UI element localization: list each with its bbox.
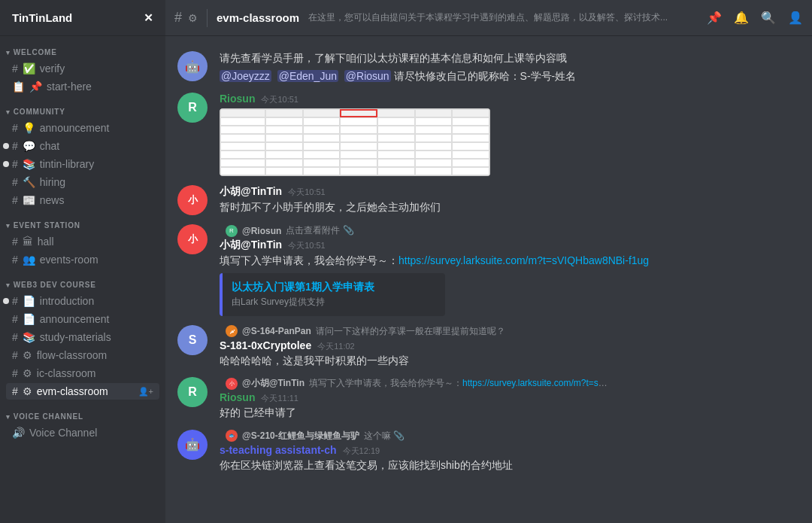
- channel-evm-classroom[interactable]: # ⚙ evm-classroom 👤+: [6, 383, 159, 400]
- category-voice[interactable]: ▾ VOICE CHANNEL: [0, 400, 165, 424]
- channel-hall[interactable]: # 🏛 hall: [6, 233, 159, 250]
- cell: [377, 126, 415, 134]
- username: Riosun: [220, 391, 255, 403]
- server-header[interactable]: TinTinLand ✕: [0, 0, 165, 36]
- message-header: 小胡@TinTin 今天10:51: [220, 239, 800, 252]
- reply-text: 请问一下这样的分享课一般在哪里提前知道呢？: [316, 325, 505, 338]
- message-group-riosun-2: R 小 @小胡@TinTin 填写下入学申请表，我会给你学号～：https://…: [165, 374, 812, 424]
- message-content: 🐟 @S-210-红鲤鱼与绿鲤鱼与驴 这个嘛 📎 s-teaching assi…: [220, 430, 800, 473]
- cell: [377, 109, 415, 117]
- cell: [220, 134, 265, 142]
- reply-bar: 🌶 @S-164-PanPan 请问一下这样的分享课一般在哪里提前知道呢？: [220, 325, 800, 338]
- cell: [220, 159, 265, 167]
- channel-introduction[interactable]: # 📄 introduction: [6, 293, 159, 309]
- category-web3-dev[interactable]: ▾ WEB3 DEV COURSE: [0, 269, 165, 292]
- cell: [340, 109, 377, 117]
- message-text: 好的 已经申请了: [220, 406, 800, 421]
- check-icon: ✅: [23, 62, 35, 74]
- invite-icon[interactable]: 🔍: [761, 11, 776, 25]
- reply-avatar: R: [226, 225, 238, 237]
- channel-events-room[interactable]: # 👥 events-room: [6, 251, 159, 268]
- survey-link[interactable]: https://survey.larksuite.com/m?t=sVIQHba…: [398, 254, 649, 266]
- reply-bar: 小 @小胡@TinTin 填写下入学申请表，我会给你学号～：https://su…: [220, 377, 800, 390]
- gear-icon: ⚙: [188, 12, 198, 24]
- cell: [415, 109, 453, 117]
- username: s-teaching assistant-ch: [220, 444, 337, 456]
- channel-name: evm-classroom: [37, 385, 134, 397]
- cell: [303, 167, 341, 175]
- category-welcome[interactable]: ▾ WELCOME: [0, 36, 165, 59]
- channel-name: tintin-library: [40, 158, 153, 170]
- channel-name: study-materials: [40, 331, 153, 343]
- channel-flow-classroom[interactable]: # ⚙ flow-classroom: [6, 347, 159, 363]
- category-chevron: ▾: [6, 49, 11, 56]
- category-community[interactable]: ▾ COMMUNITY: [0, 96, 165, 119]
- avatar: R: [177, 377, 208, 407]
- channel-name: announcement: [40, 313, 153, 325]
- cell: [303, 134, 341, 142]
- cell: [415, 167, 453, 175]
- profile-icon[interactable]: 👤: [788, 11, 803, 25]
- channel-name: Voice Channel: [29, 427, 153, 439]
- mention: @Joeyzzz: [220, 70, 271, 82]
- add-member-icon[interactable]: 👤+: [138, 387, 153, 397]
- hall-icon: 🏛: [23, 236, 33, 248]
- message-text: 暂时加不了小助手的朋友，之后她会主动加你们: [220, 200, 800, 215]
- channel-announcement[interactable]: # 💡 announcement: [6, 120, 159, 136]
- category-chevron: ▾: [6, 222, 11, 230]
- image-embed[interactable]: [220, 108, 505, 176]
- message-content: 🌶 @S-164-PanPan 请问一下这样的分享课一般在哪里提前知道呢？ S-…: [220, 325, 800, 369]
- people-icon: 👥: [23, 254, 35, 266]
- channel-chat[interactable]: # 💬 chat: [6, 138, 159, 154]
- gear-icon: ⚙: [23, 349, 32, 361]
- hash-icon: #: [12, 254, 18, 266]
- pin-icon[interactable]: 📌: [707, 11, 722, 25]
- hash-icon: #: [12, 367, 18, 379]
- category-label-text: VOICE CHANNEL: [14, 412, 83, 421]
- cell: [340, 134, 377, 142]
- category-event-station[interactable]: ▾ EVENT STATION: [0, 209, 165, 233]
- reply-username: @Riosun: [242, 226, 281, 236]
- cell: [415, 151, 453, 159]
- channel-start-here[interactable]: 📋 📌 start-here: [6, 78, 159, 95]
- channel-ic-classroom[interactable]: # ⚙ ic-classroom: [6, 365, 159, 382]
- hash-icon: #: [12, 158, 18, 170]
- channel-tintin-library[interactable]: # 📚 tintin-library: [6, 156, 159, 172]
- cell: [265, 151, 303, 159]
- channel-news[interactable]: # 📰 news: [6, 192, 159, 208]
- channel-name: hiring: [40, 176, 153, 188]
- channel-announcement-web3[interactable]: # 📄 announcement: [6, 311, 159, 327]
- hash-icon: #: [12, 236, 18, 248]
- reply-username: @小胡@TinTin: [242, 377, 304, 390]
- topbar: # ⚙ evm-classroom 在这里，您可以自由提问关于本课程学习中遇到的…: [165, 0, 812, 36]
- channel-voice[interactable]: 🔊 Voice Channel: [6, 424, 159, 441]
- message-content: 请先查看学员手册，了解下咱们以太坊课程的基本信息和如何上课等内容哦 @Joeyz…: [220, 51, 800, 84]
- cell: [377, 167, 415, 175]
- bell-icon[interactable]: 🔔: [734, 11, 749, 25]
- message-group-s181: S 🌶 @S-164-PanPan 请问一下这样的分享课一般在哪里提前知道呢？ …: [165, 322, 812, 372]
- link-embed[interactable]: 以太坊入门课第1期入学申请表 由Lark Survey提供支持: [220, 273, 445, 316]
- message-group-riosun-1: R Riosun 今天10:51: [165, 90, 812, 179]
- server-name: TinTinLand: [12, 11, 72, 24]
- cell: [220, 109, 265, 117]
- timestamp: 今天11:11: [261, 393, 298, 404]
- category-label-text: EVENT STATION: [14, 221, 80, 230]
- book-icon: 📚: [23, 331, 35, 343]
- cell: [415, 126, 453, 134]
- hammer-icon: 🔨: [23, 176, 35, 188]
- channel-verify[interactable]: # ✅ verify: [6, 60, 159, 77]
- cell: [220, 167, 265, 175]
- gear-icon: ⚙: [23, 385, 32, 397]
- cell: [220, 126, 265, 134]
- channel-hiring[interactable]: # 🔨 hiring: [6, 174, 159, 190]
- cell: [303, 151, 341, 159]
- doc-icon: 📄: [23, 313, 35, 325]
- channel-study-materials[interactable]: # 📚 study-materials: [6, 329, 159, 345]
- hash-icon: #: [12, 122, 18, 134]
- channel-name: news: [40, 194, 153, 206]
- cell: [220, 117, 265, 126]
- hash-icon: #: [12, 176, 18, 188]
- category-label-text: WEB3 DEV COURSE: [14, 281, 96, 289]
- unread-dot: [3, 161, 9, 167]
- message-group-teaching: 🤖 🐟 @S-210-红鲤鱼与绿鲤鱼与驴 这个嘛 📎 s-teaching as…: [165, 427, 812, 476]
